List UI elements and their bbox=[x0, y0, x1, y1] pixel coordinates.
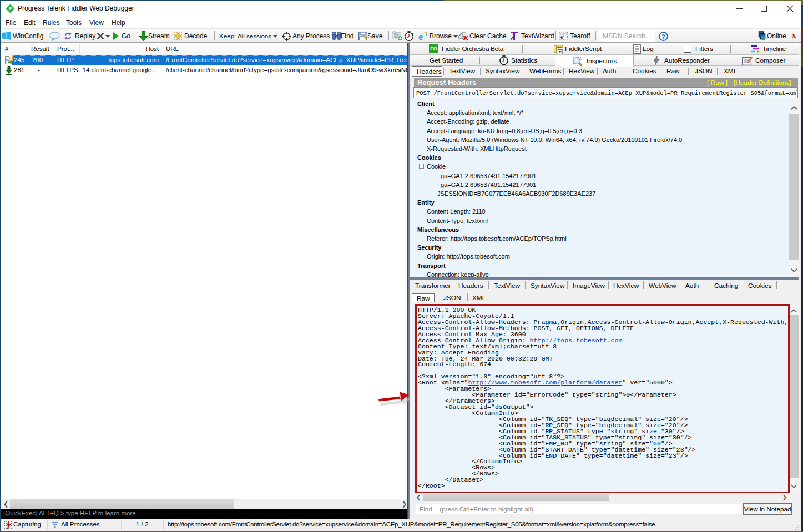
svg-text:F: F bbox=[9, 6, 12, 11]
svg-text:JS: JS bbox=[558, 50, 562, 54]
svg-text:?: ? bbox=[661, 33, 665, 40]
svg-text:e: e bbox=[418, 31, 423, 42]
